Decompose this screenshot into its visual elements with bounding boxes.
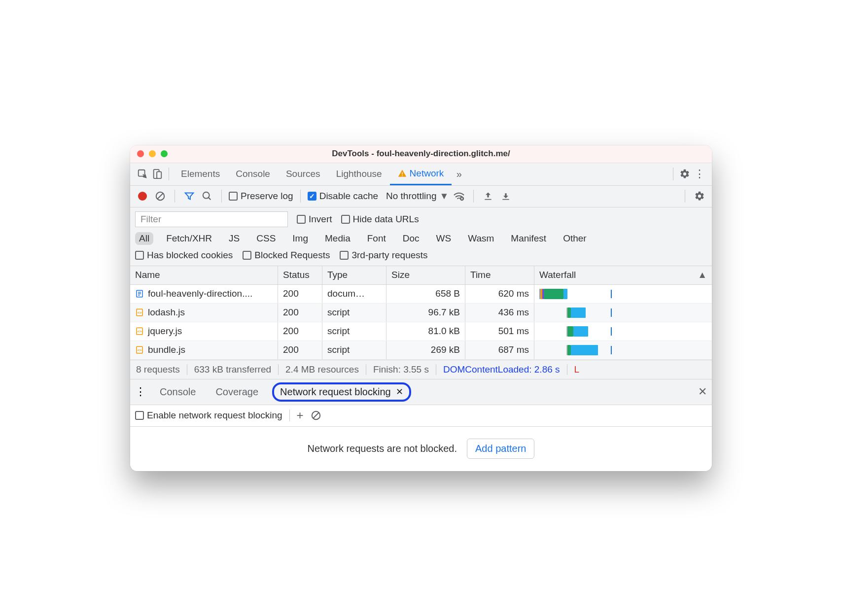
filter-type-other[interactable]: Other [559, 232, 591, 245]
drawer-tab-console[interactable]: Console [154, 383, 202, 401]
filter-type-doc[interactable]: Doc [399, 232, 423, 245]
waterfall-cell [534, 322, 712, 341]
network-toolbar: Preserve log Disable cache No throttling… [130, 186, 712, 207]
drawer-tab-coverage[interactable]: Coverage [210, 383, 264, 401]
svg-line-8 [209, 198, 211, 200]
tab-sources[interactable]: Sources [278, 163, 328, 185]
filter-type-wasm[interactable]: Wasm [464, 232, 498, 245]
svg-rect-3 [402, 172, 403, 174]
tab-console[interactable]: Console [228, 163, 278, 185]
filter-type-fetchxhr[interactable]: Fetch/XHR [162, 232, 216, 245]
warning-icon [398, 169, 407, 178]
svg-line-23 [313, 413, 318, 418]
remove-all-icon[interactable] [311, 410, 321, 421]
drawer-tabs: ⋮ ConsoleCoverageNetwork request blockin… [130, 379, 712, 405]
tab-elements[interactable]: Elements [173, 163, 228, 185]
add-pattern-icon[interactable]: + [297, 409, 304, 422]
throttling-select[interactable]: No throttling ▼ [386, 191, 449, 202]
record-button[interactable] [135, 189, 150, 204]
column-waterfall[interactable]: Waterfall▲ [534, 266, 712, 284]
svg-text:<>: <> [137, 310, 142, 315]
svg-point-7 [203, 192, 210, 199]
svg-line-6 [158, 194, 163, 199]
settings-icon[interactable] [677, 167, 692, 181]
filter-bar: Filter Invert Hide data URLs AllFetch/XH… [130, 207, 712, 266]
close-drawer-icon[interactable]: ✕ [698, 385, 707, 398]
more-tabs-icon[interactable]: » [452, 167, 466, 181]
filter-type-all[interactable]: All [135, 232, 153, 245]
waterfall-cell [534, 341, 712, 359]
hide-data-urls-checkbox[interactable]: Hide data URLs [341, 214, 419, 225]
chevron-down-icon: ▼ [439, 191, 449, 202]
column-size[interactable]: Size [386, 266, 465, 284]
filter-type-media[interactable]: Media [321, 232, 354, 245]
third-party-checkbox[interactable]: 3rd-party requests [340, 250, 427, 261]
summary-requests: 8 requests [136, 364, 187, 375]
table-row[interactable]: <>lodash.js200script96.7 kB436 ms [130, 304, 712, 322]
column-status[interactable]: Status [278, 266, 322, 284]
blocking-empty-state: Network requests are not blocked. Add pa… [130, 427, 712, 471]
filter-type-css[interactable]: CSS [252, 232, 280, 245]
summary-dcl: DOMContentLoaded: 2.86 s [436, 364, 567, 375]
waterfall-cell [534, 304, 712, 322]
svg-rect-11 [503, 199, 509, 200]
network-table-header: Name Status Type Size Time Waterfall▲ [130, 266, 712, 285]
devtools-window: DevTools - foul-heavenly-direction.glitc… [130, 145, 712, 471]
sort-asc-icon: ▲ [698, 270, 707, 280]
waterfall-cell [534, 285, 712, 303]
filter-type-manifest[interactable]: Manifest [507, 232, 550, 245]
filter-input[interactable]: Filter [135, 211, 288, 227]
filter-type-ws[interactable]: WS [432, 232, 456, 245]
column-name[interactable]: Name [130, 266, 278, 284]
tab-lighthouse[interactable]: Lighthouse [328, 163, 390, 185]
svg-rect-10 [485, 199, 491, 200]
inspect-element-icon[interactable] [135, 167, 150, 181]
upload-har-icon[interactable] [481, 189, 495, 204]
summary-transferred: 633 kB transferred [187, 364, 279, 375]
filter-type-js[interactable]: JS [225, 232, 244, 245]
titlebar: DevTools - foul-heavenly-direction.glitc… [130, 145, 712, 163]
close-tab-icon[interactable]: ✕ [396, 386, 403, 397]
drawer-kebab-icon[interactable]: ⋮ [135, 385, 146, 398]
filter-type-font[interactable]: Font [363, 232, 390, 245]
tab-network[interactable]: Network [390, 163, 452, 185]
summary-finish: Finish: 3.55 s [366, 364, 436, 375]
window-title: DevTools - foul-heavenly-direction.glitc… [130, 149, 712, 159]
svg-text:<>: <> [137, 348, 142, 352]
filter-icon[interactable] [182, 189, 197, 204]
network-conditions-icon[interactable] [452, 189, 466, 204]
table-row[interactable]: <>bundle.js200script269 kB687 ms [130, 341, 712, 360]
table-row[interactable]: <>jquery.js200script81.0 kB501 ms [130, 322, 712, 341]
disable-cache-checkbox[interactable]: Disable cache [308, 191, 378, 202]
throttling-value: No throttling [386, 191, 436, 202]
svg-text:<>: <> [137, 329, 142, 334]
main-tabs: ElementsConsoleSourcesLighthouseNetwork … [130, 163, 712, 186]
svg-point-9 [460, 197, 463, 200]
invert-checkbox[interactable]: Invert [297, 214, 332, 225]
add-pattern-button[interactable]: Add pattern [467, 439, 534, 459]
blocked-cookies-checkbox[interactable]: Has blocked cookies [135, 250, 233, 261]
network-table-body: foul-heavenly-direction....200docum…658 … [130, 285, 712, 360]
filter-types: AllFetch/XHRJSCSSImgMediaFontDocWSWasmMa… [135, 232, 707, 245]
table-row[interactable]: foul-heavenly-direction....200docum…658 … [130, 285, 712, 304]
enable-blocking-checkbox[interactable]: Enable network request blocking [135, 410, 282, 421]
summary-load: L [567, 364, 580, 375]
clear-icon[interactable] [153, 189, 168, 204]
device-toolbar-icon[interactable] [150, 167, 165, 181]
preserve-log-checkbox[interactable]: Preserve log [229, 191, 293, 202]
column-type[interactable]: Type [322, 266, 386, 284]
disable-cache-label: Disable cache [319, 191, 378, 202]
filter-type-img[interactable]: Img [288, 232, 312, 245]
preserve-log-label: Preserve log [241, 191, 293, 202]
summary-resources: 2.4 MB resources [279, 364, 366, 375]
kebab-menu-icon[interactable]: ⋮ [692, 167, 707, 181]
column-time[interactable]: Time [465, 266, 534, 284]
blocked-requests-checkbox[interactable]: Blocked Requests [243, 250, 330, 261]
panel-settings-icon[interactable] [692, 189, 707, 204]
blocking-empty-text: Network requests are not blocked. [308, 443, 457, 454]
search-icon[interactable] [200, 189, 214, 204]
svg-rect-2 [157, 171, 161, 178]
drawer-tab-network-request-blocking[interactable]: Network request blocking✕ [272, 382, 411, 402]
svg-rect-4 [402, 175, 403, 176]
download-har-icon[interactable] [498, 189, 513, 204]
